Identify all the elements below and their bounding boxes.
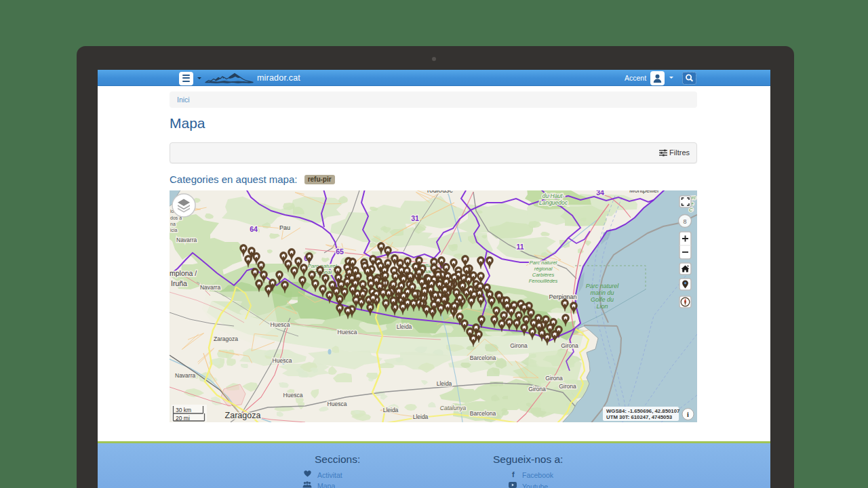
svg-text:WGS84: -1.650696, 42.850107: WGS84: -1.650696, 42.850107 xyxy=(606,408,679,414)
svg-text:Catalunya: Catalunya xyxy=(440,405,467,411)
svg-text:Girona: Girona xyxy=(510,342,528,349)
svg-text:64: 64 xyxy=(250,225,258,233)
svg-text:Lleida: Lleida xyxy=(413,413,429,420)
svg-text:Lleida: Lleida xyxy=(437,380,452,387)
svg-text:Iruña: Iruña xyxy=(171,279,187,287)
svg-text:34: 34 xyxy=(596,190,604,197)
svg-text:Lleida: Lleida xyxy=(383,407,399,413)
svg-text:Parc naturel: Parc naturel xyxy=(530,260,557,266)
svg-text:Toulouse: Toulouse xyxy=(426,190,453,194)
svg-text:mplona /: mplona / xyxy=(170,269,197,277)
svg-text:Huesca: Huesca xyxy=(283,392,303,399)
svg-text:i: i xyxy=(687,411,689,418)
svg-text:UTM 30T: 610247, 4745053: UTM 30T: 610247, 4745053 xyxy=(606,414,673,420)
svg-text:Barcelona: Barcelona xyxy=(470,354,496,361)
svg-text:30 km: 30 km xyxy=(176,407,191,413)
svg-text:65: 65 xyxy=(336,247,344,256)
svg-text:Huesca: Huesca xyxy=(271,321,290,328)
svg-text:Zaragoza: Zaragoza xyxy=(225,411,261,420)
svg-text:Golfe du: Golfe du xyxy=(591,296,614,303)
svg-text:na: na xyxy=(170,222,176,226)
svg-text:du Haut-: du Haut- xyxy=(542,192,565,199)
svg-text:Huesca: Huesca xyxy=(338,329,357,336)
svg-text:31: 31 xyxy=(411,214,419,222)
svg-text:Navarra: Navarra xyxy=(175,372,196,379)
svg-text:Huesca: Huesca xyxy=(328,401,347,407)
svg-text:régional: régional xyxy=(534,266,553,272)
svg-text:icia: icia xyxy=(170,228,178,232)
svg-text:Lion: Lion xyxy=(596,303,608,310)
svg-text:Navarra: Navarra xyxy=(176,237,197,243)
svg-text:Fenouillèdes: Fenouillèdes xyxy=(529,278,558,284)
svg-text:Languedoc: Languedoc xyxy=(539,199,568,206)
svg-text:8: 8 xyxy=(683,218,686,225)
svg-text:Girona: Girona xyxy=(561,342,578,349)
svg-text:Lleida: Lleida xyxy=(397,323,412,330)
svg-text:Zaragoza: Zaragoza xyxy=(214,336,238,342)
svg-text:Pau: Pau xyxy=(279,224,290,231)
svg-text:Huesca: Huesca xyxy=(273,357,292,364)
svg-text:marin du: marin du xyxy=(590,289,614,296)
svg-text:Navarra: Navarra xyxy=(200,284,221,291)
svg-text:Barcelona: Barcelona xyxy=(470,410,496,417)
svg-text:Girona: Girona xyxy=(528,386,546,392)
svg-text:Montpellier: Montpellier xyxy=(629,190,659,194)
svg-text:Parc naturel: Parc naturel xyxy=(586,283,620,289)
svg-text:Girona: Girona xyxy=(545,375,563,382)
svg-text:11: 11 xyxy=(516,243,524,251)
svg-text:Girona: Girona xyxy=(559,383,576,390)
svg-text:Carbières: Carbières xyxy=(532,272,555,278)
svg-text:20 mi: 20 mi xyxy=(176,415,190,422)
svg-text:Perpignan: Perpignan xyxy=(549,293,576,300)
